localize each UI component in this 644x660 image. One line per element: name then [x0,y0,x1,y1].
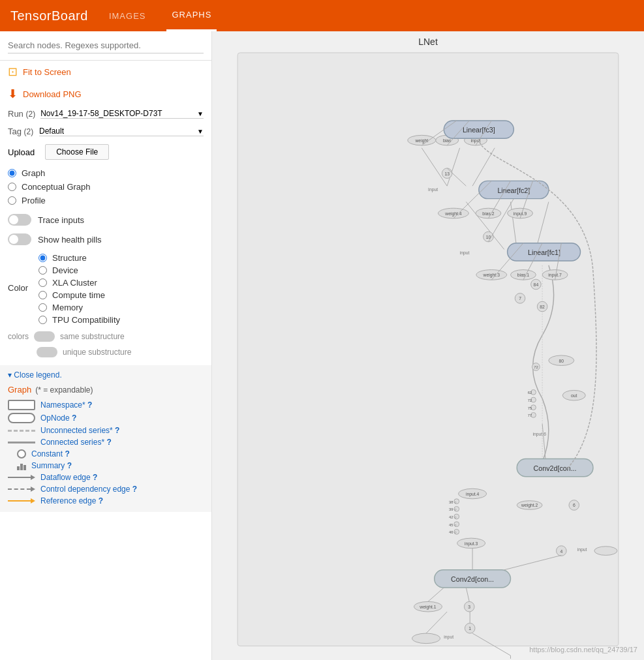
color-compute-label[interactable]: Compute time [52,290,105,300]
reference-icon [8,497,35,505]
legend-reference-label: Reference edge ? [40,496,103,505]
svg-text:Linear[fc3]: Linear[fc3] [463,126,495,134]
svg-text:input.4: input.4 [466,492,480,497]
graph-radio[interactable] [8,169,16,177]
legend-opnode-label: OpNode ? [40,413,76,423]
tag-label: Tag (2) [8,127,34,136]
legend-namespace: Namespace* ? [8,398,204,412]
svg-text:13: 13 [444,172,450,176]
svg-text:75: 75 [528,406,532,410]
color-xla-row: XLA Cluster [38,277,204,289]
run-row: Run (2) Nov14_19-17-58_DESKTOP-D73T ▼ [0,105,211,123]
choose-file-button[interactable]: Choose File [45,144,109,160]
legend-namespace-label: Namespace* ? [40,400,92,410]
show-health-pills-toggle[interactable] [8,233,31,245]
color-xla-label[interactable]: XLA Cluster [52,278,97,288]
color-structure-row: Structure [38,252,204,264]
color-device-label[interactable]: Device [52,265,78,275]
tag-dropdown-icon: ▼ [197,128,204,135]
svg-text:72: 72 [534,365,538,369]
profile-radio[interactable] [8,196,16,205]
graph-canvas[interactable]: 84 82 80 out 72 [212,50,644,659]
svg-text:input.3: input.3 [465,541,478,547]
svg-text:input: input [444,635,453,640]
profile-label[interactable]: Profile [22,196,46,205]
svg-text:bias.2: bias.2 [482,211,494,216]
chevron-down-icon: ▾ [8,370,12,380]
color-structure-radio[interactable] [38,254,47,262]
color-label: Color [8,283,28,293]
svg-text:Linear[fc1]: Linear[fc1] [528,248,560,256]
control-icon [8,485,35,493]
svg-text:38 ○: 38 ○ [449,500,457,504]
svg-text:bias.1: bias.1 [517,273,529,277]
svg-text:out: out [571,393,577,398]
unique-substructure-toggle[interactable] [37,347,57,357]
unconnected-icon [8,427,35,434]
fit-to-screen-row: ⊡ Fit to Screen [0,61,211,83]
svg-text:82: 82 [540,305,545,309]
color-tpu-radio[interactable] [38,316,47,324]
trace-inputs-toggle[interactable] [8,214,31,226]
nav-graphs[interactable]: GRAPHS [166,0,217,31]
conceptual-radio[interactable] [8,183,16,191]
same-substructure-toggle[interactable] [34,331,55,342]
svg-text:80: 80 [559,359,564,363]
colors-unique-row: unique substructure [0,344,211,360]
color-device-row: Device [38,264,204,277]
legend-unconnected: Unconnected series* ? [8,425,204,436]
svg-text:45 ○: 45 ○ [449,523,457,527]
color-section: Color Structure Device XLA Cluster [0,249,211,329]
color-structure-label[interactable]: Structure [52,253,87,263]
svg-text:input.6: input.6 [533,432,547,437]
graph-svg[interactable]: 84 82 80 out 72 [212,50,644,659]
conceptual-radio-row: Conceptual Graph [8,180,204,194]
svg-text:3: 3 [468,605,470,609]
connected-icon [8,438,35,446]
svg-text:77: 77 [528,413,532,417]
legend-dataflow-label: Dataflow edge ? [40,473,97,482]
upload-row: Upload Choose File [0,140,211,164]
namespace-icon [8,400,35,410]
svg-text:weight.4: weight.4 [444,211,462,217]
main-content: LNet [212,31,644,660]
fit-to-screen-button[interactable]: Fit to Screen [23,67,71,77]
nav-images[interactable]: IMAGES [104,0,151,31]
legend-constant: Constant ? [8,448,204,460]
graph-container[interactable]: LNet [212,31,644,660]
svg-text:Conv2d[con...: Conv2d[con... [451,575,494,583]
color-xla-radio[interactable] [38,278,47,287]
colors-same-row: colors same substructure [0,329,211,344]
conceptual-graph-label[interactable]: Conceptual Graph [22,182,91,192]
constant-icon [17,449,26,458]
topbar: TensorBoard IMAGES GRAPHS [0,0,644,31]
legend-unconnected-label: Unconnected series* ? [40,426,119,435]
color-memory-label[interactable]: Memory [52,303,83,312]
color-memory-radio[interactable] [38,303,47,312]
fit-icon: ⊡ [8,65,18,79]
run-dropdown[interactable]: Nov14_19-17-58_DESKTOP-D73T ▼ [40,109,204,119]
svg-text:39 ○: 39 ○ [449,507,457,511]
color-compute-radio[interactable] [38,291,47,299]
graph-mode-label[interactable]: Graph [22,168,45,178]
svg-text:72: 72 [528,398,532,402]
tag-row: Tag (2) Default ▼ [0,123,211,140]
summary-icon [17,461,26,470]
color-device-radio[interactable] [38,266,47,275]
svg-text:input.7: input.7 [548,273,562,278]
download-png-button[interactable]: Download PNG [23,89,82,99]
svg-point-66 [412,633,440,644]
graph-mode-group: Graph Conceptual Graph Profile [0,164,211,210]
trace-inputs-label: Trace inputs [38,215,84,225]
color-tpu-label[interactable]: TPU Compatibility [52,315,120,325]
legend-close-button[interactable]: ▾ Close legend. [8,370,204,380]
tag-dropdown[interactable]: Default ▼ [39,127,204,136]
graph-radio-row: Graph [8,166,204,180]
legend-summary: Summary ? [8,460,204,472]
search-input[interactable] [8,38,204,53]
svg-text:62: 62 [528,391,532,395]
app-logo: TensorBoard [10,8,88,23]
svg-text:7: 7 [519,296,521,301]
colors-label: colors [8,332,29,341]
svg-text:input.9: input.9 [514,211,527,217]
